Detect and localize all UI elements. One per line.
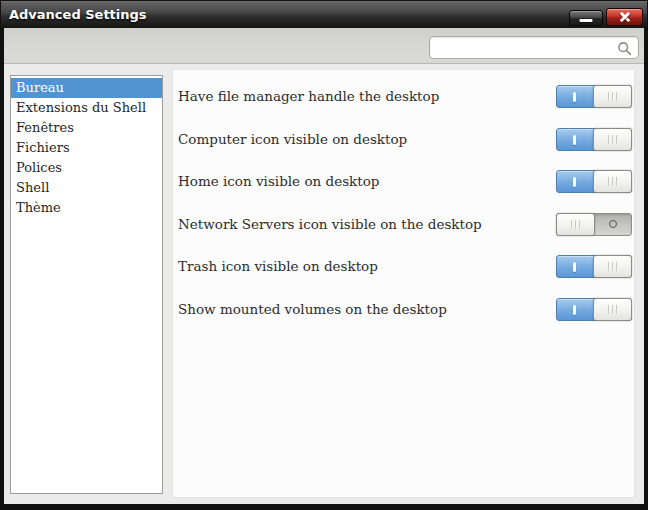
switch-on-mark — [573, 262, 576, 272]
setting-row: Network Servers icon visible on the desk… — [173, 213, 634, 256]
window-body: Bureau Extensions du Shell Fenêtres Fich… — [4, 28, 644, 504]
search-box[interactable] — [429, 36, 639, 59]
minimize-icon — [580, 19, 593, 22]
sidebar-item-theme[interactable]: Thème — [11, 198, 162, 218]
switch-handle[interactable] — [593, 85, 632, 108]
toolbar — [4, 28, 644, 64]
switch-off-mark — [609, 220, 617, 228]
switch-handle[interactable] — [593, 128, 632, 151]
setting-row: Trash icon visible on desktop — [173, 255, 634, 298]
close-button[interactable] — [606, 8, 643, 26]
switch-on-mark — [573, 92, 576, 102]
toggle-switch[interactable] — [556, 170, 632, 193]
switch-handle[interactable] — [593, 298, 632, 321]
switch-on-mark — [573, 305, 576, 315]
search-icon — [617, 41, 632, 56]
switch-handle[interactable] — [556, 213, 595, 236]
toggle-switch[interactable] — [556, 85, 632, 108]
sidebar-item-bureau[interactable]: Bureau — [11, 78, 162, 98]
setting-label: Have file manager handle the desktop — [178, 85, 439, 108]
setting-row: Computer icon visible on desktop — [173, 128, 634, 171]
sidebar-item-polices[interactable]: Polices — [11, 158, 162, 178]
titlebar[interactable]: Advanced Settings — [1, 1, 647, 28]
sidebar-item-fenetres[interactable]: Fenêtres — [11, 118, 162, 138]
setting-label: Network Servers icon visible on the desk… — [178, 213, 482, 236]
content-area: Bureau Extensions du Shell Fenêtres Fich… — [4, 65, 644, 504]
setting-label: Home icon visible on desktop — [178, 170, 379, 193]
setting-row: Have file manager handle the desktop — [173, 85, 634, 128]
switch-handle[interactable] — [593, 170, 632, 193]
window-title: Advanced Settings — [9, 2, 147, 28]
advanced-settings-window: Advanced Settings Bureau Extensions du S… — [0, 0, 648, 510]
sidebar: Bureau Extensions du Shell Fenêtres Fich… — [10, 75, 163, 494]
sidebar-item-extensions-du-shell[interactable]: Extensions du Shell — [11, 98, 162, 118]
minimize-button[interactable] — [569, 10, 603, 26]
toggle-switch[interactable] — [556, 298, 632, 321]
sidebar-item-shell[interactable]: Shell — [11, 178, 162, 198]
setting-label: Trash icon visible on desktop — [178, 255, 378, 278]
setting-row: Show mounted volumes on the desktop — [173, 298, 634, 341]
switch-on-mark — [573, 135, 576, 145]
switch-on-mark — [573, 177, 576, 187]
setting-row: Home icon visible on desktop — [173, 170, 634, 213]
settings-panel: Have file manager handle the desktop Com… — [172, 69, 635, 498]
setting-label: Computer icon visible on desktop — [178, 128, 407, 151]
toggle-switch[interactable] — [556, 128, 632, 151]
search-input[interactable] — [436, 38, 614, 57]
sidebar-item-fichiers[interactable]: Fichiers — [11, 138, 162, 158]
toggle-switch[interactable] — [556, 213, 632, 236]
setting-label: Show mounted volumes on the desktop — [178, 298, 447, 321]
toggle-switch[interactable] — [556, 255, 632, 278]
switch-handle[interactable] — [593, 255, 632, 278]
